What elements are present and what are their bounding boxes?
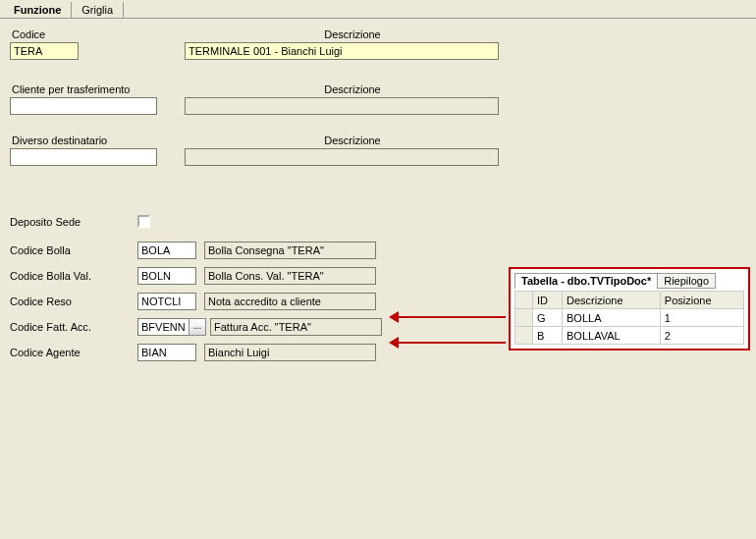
cliente-desc-label: Descrizione [185,83,518,95]
codice-reso-input[interactable] [137,293,196,310]
codice-input[interactable] [10,42,79,60]
cliente-desc-input [185,97,499,115]
codice-bolla-val-desc: Bolla Cons. Val. "TERA" [204,267,376,285]
cell-descr: BOLLAVAL [563,327,661,345]
codice-bolla-label: Codice Bolla [10,244,137,256]
tab-griglia[interactable]: Griglia [72,2,124,18]
table-corner [515,292,533,309]
table-row[interactable]: G BOLLA 1 [515,309,744,327]
table-row[interactable]: B BOLLAVAL 2 [515,327,744,345]
codice-agente-label: Codice Agente [10,347,137,358]
codice-bolla-input[interactable] [137,242,196,259]
cell-id: G [533,309,563,327]
codice-reso-label: Codice Reso [10,296,137,307]
cell-pos: 2 [660,327,743,345]
table-panel: Tabella - dbo.TVTipoDoc* Riepilogo ID De… [509,267,750,350]
arrow-annotation [393,342,506,344]
codice-bolla-val-label: Codice Bolla Val. [10,270,137,282]
cliente-input[interactable] [10,97,157,115]
col-posizione[interactable]: Posizione [660,292,743,309]
cell-descr: BOLLA [563,309,661,327]
data-table: ID Descrizione Posizione G BOLLA 1 B BOL… [514,291,744,345]
col-descrizione[interactable]: Descrizione [563,292,661,309]
col-id[interactable]: ID [533,292,563,309]
codice-label: Codice [10,28,98,40]
codice-fatt-input[interactable] [137,318,192,336]
tab-funzione[interactable]: Funzione [4,2,72,18]
cliente-label: Cliente per trasferimento [10,83,167,95]
codice-reso-desc: Nota accredito a cliente [204,293,376,310]
descrizione-input[interactable] [185,42,499,60]
diverso-desc-label: Descrizione [185,135,518,146]
diverso-label: Diverso destinatario [10,135,167,146]
diverso-input[interactable] [10,148,157,166]
deposito-label: Deposito Sede [10,216,137,228]
codice-bolla-val-input[interactable] [137,267,196,285]
codice-agente-input[interactable] [137,344,196,361]
cell-id: B [533,327,563,345]
cell-pos: 1 [660,309,743,327]
panel-tab-riepilogo[interactable]: Riepilogo [657,273,716,289]
codice-fatt-desc: Fattura Acc. "TERA" [210,318,382,336]
arrow-annotation [393,316,506,318]
panel-tab-tabella[interactable]: Tabella - dbo.TVTipoDoc* [514,273,658,289]
codice-fatt-label: Codice Fatt. Acc. [10,321,137,333]
codice-bolla-desc: Bolla Consegna "TERA" [204,242,376,259]
descrizione-label: Descrizione [185,28,518,40]
main-tabs: Funzione Griglia [0,0,756,19]
deposito-checkbox[interactable] [137,215,150,228]
codice-agente-desc: Bianchi Luigi [204,344,376,361]
diverso-desc-input [185,148,499,166]
lookup-button[interactable]: ... [189,318,206,336]
